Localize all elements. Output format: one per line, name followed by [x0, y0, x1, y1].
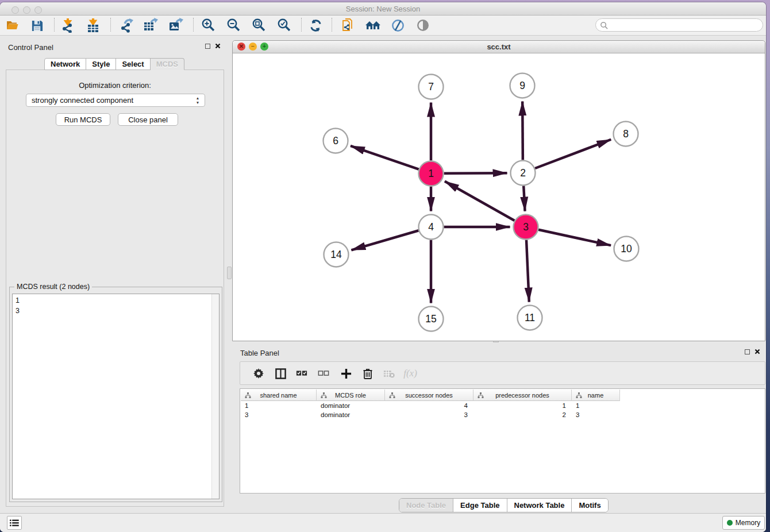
edge-1-6[interactable]	[351, 146, 419, 169]
task-history-button[interactable]	[7, 516, 22, 530]
unselect-all-columns-icon[interactable]	[315, 365, 332, 381]
cell: 1	[572, 401, 620, 410]
column-header-predecessor-nodes[interactable]: predecessor nodes	[473, 390, 572, 401]
cell: dominator	[317, 410, 385, 419]
tab-motifs[interactable]: Motifs	[572, 499, 607, 512]
vertical-splitter-handle[interactable]	[227, 267, 232, 279]
vizmapper-icon[interactable]	[390, 17, 406, 33]
table-panel-close-icon[interactable]	[754, 349, 760, 354]
export-network-icon[interactable]	[120, 17, 136, 33]
column-header-name[interactable]: name	[572, 390, 620, 401]
node-label-15: 15	[425, 313, 436, 325]
search-icon	[600, 21, 609, 30]
open-session-icon[interactable]	[5, 17, 21, 33]
network-graph: 1234678910111415	[233, 53, 765, 341]
memory-label: Memory	[736, 519, 760, 527]
select-all-columns-icon[interactable]	[293, 365, 310, 381]
table-settings-gear-icon[interactable]	[250, 365, 267, 381]
tab-network-table[interactable]: Network Table	[507, 499, 572, 512]
control-panel-close-icon[interactable]	[215, 43, 221, 49]
node-label-7: 7	[428, 81, 434, 92]
node-label-8: 8	[623, 128, 629, 140]
create-column-plus-icon[interactable]	[337, 365, 355, 381]
node-label-6: 6	[333, 135, 338, 147]
memory-button[interactable]: Memory	[722, 516, 765, 530]
refresh-icon[interactable]	[307, 17, 324, 33]
tab-edge-table[interactable]: Edge Table	[453, 499, 507, 512]
home-icon[interactable]	[365, 17, 381, 33]
delete-table-icon[interactable]	[380, 365, 398, 381]
node-label-1: 1	[428, 168, 434, 179]
zoom-in-icon[interactable]	[200, 17, 216, 33]
save-session-icon[interactable]	[29, 17, 45, 33]
zoom-out-icon[interactable]	[225, 17, 241, 33]
function-builder-icon[interactable]: f(x)	[402, 365, 419, 381]
cell: 1	[473, 401, 572, 410]
node-label-3: 3	[523, 221, 529, 233]
export-table-icon[interactable]	[143, 17, 159, 33]
mcds-tab-content: Optimization criterion: strongly connect…	[6, 70, 224, 507]
tab-node-table[interactable]: Node Table	[399, 499, 453, 512]
table-panel-title: Table Panel	[240, 349, 279, 357]
node-table: shared nameMCDS rolesuccessor nodesprede…	[240, 388, 765, 494]
window-titlebar: Session: New Session	[0, 2, 766, 16]
optimization-criterion-select[interactable]: strongly connected component ▲▼	[26, 94, 205, 107]
main-area: Control Panel NetworkStyleSelectMCDS Opt…	[0, 36, 766, 513]
cell: 1	[241, 401, 317, 410]
control-panel-title: Control Panel	[8, 43, 53, 52]
delete-column-trash-icon[interactable]	[359, 365, 376, 381]
network-frame-titlebar: ✕ − + scc.txt	[233, 41, 765, 53]
tab-style[interactable]: Style	[86, 58, 116, 70]
edge-3-1[interactable]	[445, 182, 514, 221]
tab-mcds[interactable]: MCDS	[151, 58, 184, 70]
edge-1-2[interactable]	[444, 173, 507, 174]
app-window: Session: New Session	[0, 2, 766, 532]
node-label-11: 11	[525, 312, 535, 323]
table-row[interactable]: 1dominator411	[241, 401, 620, 410]
mcds-result-groupbox: MCDS result (2 nodes) 1 3	[9, 287, 222, 502]
tab-network[interactable]: Network	[44, 58, 86, 70]
close-panel-button[interactable]: Close panel	[118, 113, 178, 126]
control-panel-float-icon[interactable]	[205, 44, 210, 49]
import-table-icon[interactable]	[85, 17, 101, 33]
search-input[interactable]	[595, 18, 763, 32]
edge-3-11[interactable]	[526, 240, 529, 302]
node-label-2: 2	[520, 167, 526, 179]
table-panel-float-icon[interactable]	[745, 349, 750, 354]
column-header-MCDS-role[interactable]: MCDS role	[317, 390, 385, 401]
table-row[interactable]: 3dominator323	[241, 410, 620, 419]
node-label-14: 14	[330, 249, 342, 260]
tab-select[interactable]: Select	[116, 58, 150, 70]
column-header-shared-name[interactable]: shared name	[241, 390, 317, 401]
table-panel: Table Panel	[232, 346, 766, 514]
node-label-4: 4	[428, 221, 434, 233]
zoom-fit-icon[interactable]	[251, 17, 267, 33]
edge-2-8[interactable]	[535, 140, 611, 168]
network-canvas[interactable]: 1234678910111415	[233, 53, 765, 341]
mcds-result-scrollbar[interactable]	[211, 294, 219, 499]
show-column-panel-icon[interactable]	[272, 365, 289, 381]
run-mcds-button[interactable]: Run MCDS	[56, 113, 110, 126]
edge-2-3[interactable]	[523, 186, 525, 211]
import-network-icon[interactable]	[60, 17, 76, 33]
node-label-9: 9	[519, 80, 525, 91]
window-title: Session: New Session	[0, 5, 766, 13]
control-panel-tabs: NetworkStyleSelectMCDS	[44, 58, 184, 70]
network-frame-title: scc.txt	[233, 43, 765, 51]
memory-status-dot	[727, 520, 733, 526]
mcds-result-textarea[interactable]: 1 3	[12, 294, 220, 499]
document-share-icon[interactable]	[340, 17, 356, 33]
list-icon	[10, 519, 19, 527]
node-label-10: 10	[621, 243, 632, 255]
export-image-icon[interactable]	[168, 17, 184, 33]
edge-3-10[interactable]	[538, 230, 611, 245]
column-header-successor-nodes[interactable]: successor nodes	[385, 390, 473, 401]
mcds-result-text: 1 3	[16, 295, 20, 316]
cell: 2	[473, 410, 572, 419]
cell: 3	[385, 410, 473, 419]
eye-icon[interactable]	[415, 17, 431, 33]
cell: 3	[572, 410, 620, 419]
edge-2-9[interactable]	[522, 101, 523, 160]
zoom-selected-icon[interactable]	[276, 17, 292, 33]
edge-4-14[interactable]	[351, 230, 418, 250]
